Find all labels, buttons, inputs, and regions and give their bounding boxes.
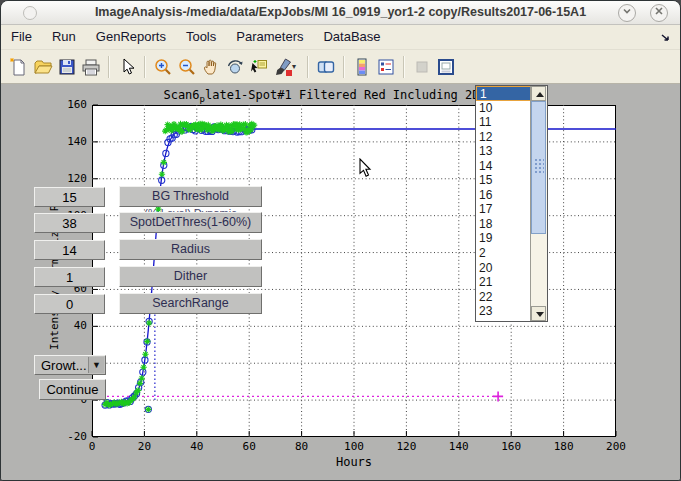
save-button[interactable]	[55, 54, 79, 80]
pan-hand-button[interactable]	[199, 54, 223, 80]
x-tick-label: 180	[544, 440, 584, 453]
minimize-button[interactable]	[618, 4, 636, 22]
menu-tools[interactable]: Tools	[176, 25, 226, 44]
growth-dropdown[interactable]: Growt... ▼	[34, 355, 106, 375]
growth-dropdown-label: Growt...	[41, 358, 87, 373]
data-cursor-icon	[249, 57, 269, 77]
spot-number-listbox: 110111213141516171819220212223	[475, 85, 548, 322]
zoom-in-icon	[153, 57, 173, 77]
screen-background: ImageAnalysis-/media/data/ExpJobs/MI 16_…	[0, 0, 681, 481]
new-file-icon	[9, 57, 29, 77]
menu-overflow-arrow-icon[interactable]	[660, 31, 672, 43]
x-tick-label: 80	[282, 440, 322, 453]
arrow-pointer-button[interactable]	[115, 54, 139, 80]
arrow-pointer-icon	[117, 57, 137, 77]
print-icon	[81, 57, 101, 77]
toolbar: ▾	[1, 50, 680, 84]
param-button-searchrange[interactable]: SearchRange	[119, 293, 262, 314]
window-menu-button[interactable]	[23, 6, 37, 20]
rotate-3d-button[interactable]	[223, 54, 247, 80]
scroll-down-icon	[536, 312, 544, 317]
window-title: ImageAnalysis-/media/data/ExpJobs/MI 16_…	[1, 5, 680, 19]
toolbar-separator	[343, 56, 345, 78]
param-button-spotdetthres-1-60-[interactable]: SpotDetThres(1-60%)	[119, 212, 262, 233]
menu-file[interactable]: File	[1, 25, 42, 44]
toolbar-separator	[144, 56, 146, 78]
hide-plot-tools-icon	[412, 57, 432, 77]
scrollbar-thumb[interactable]	[531, 101, 546, 234]
x-tick-label: 60	[229, 440, 269, 453]
param-button-bg-threshold[interactable]: BG Threshold	[119, 186, 262, 207]
param-field-searchrange[interactable]: 0	[34, 294, 105, 314]
x-tick-label: 20	[124, 440, 164, 453]
hide-plot-tools-button[interactable]	[410, 54, 434, 80]
scroll-up-button[interactable]	[531, 86, 546, 101]
toolbar-separator	[108, 56, 110, 78]
figure-area: Scan6plate1-Spot#1 Filtered Red Includin…	[1, 84, 681, 481]
link-plots-button[interactable]	[314, 54, 338, 80]
close-icon	[654, 6, 664, 16]
legend-button[interactable]	[374, 54, 398, 80]
zoom-out-icon	[177, 57, 197, 77]
menu-run[interactable]: Run	[42, 25, 86, 44]
param-button-dither[interactable]: Dither	[119, 266, 262, 287]
x-tick-label: 160	[491, 440, 531, 453]
dock-figure-icon	[436, 57, 456, 77]
brush-dropdown-caret[interactable]: ▾	[292, 62, 302, 71]
menu-database[interactable]: DataBase	[313, 25, 390, 44]
menu-genreports[interactable]: GenReports	[86, 25, 176, 44]
x-tick-label: 100	[334, 440, 374, 453]
colorbar-button[interactable]	[350, 54, 374, 80]
x-tick-label: 200	[596, 440, 636, 453]
dock-figure-button[interactable]	[434, 54, 458, 80]
x-axis-label: Hours	[92, 455, 616, 469]
mouse-cursor	[359, 158, 373, 178]
legend-icon	[376, 57, 396, 77]
colorbar-icon	[352, 57, 372, 77]
param-field-radius[interactable]: 14	[34, 240, 105, 260]
x-tick-label: 140	[439, 440, 479, 453]
growth-dropdown-caret-icon: ▼	[88, 357, 104, 373]
print-button[interactable]	[79, 54, 103, 80]
close-button[interactable]	[650, 4, 668, 22]
rotate-3d-icon	[225, 57, 245, 77]
y-tick-label: 40	[45, 319, 87, 332]
continue-button[interactable]: Continue	[39, 379, 106, 400]
param-field-spotdetthres-1-60-[interactable]: 38	[34, 213, 105, 233]
open-folder-icon	[33, 57, 53, 77]
menu-parameters[interactable]: Parameters	[226, 25, 313, 44]
y-tick-label: 160	[45, 98, 87, 111]
titlebar: ImageAnalysis-/media/data/ExpJobs/MI 16_…	[1, 1, 680, 25]
toolbar-separator	[307, 56, 309, 78]
data-cursor-button[interactable]	[247, 54, 271, 80]
param-field-dither[interactable]: 1	[34, 267, 105, 287]
toolbar-separator	[403, 56, 405, 78]
param-field-bg-threshold[interactable]: 15	[34, 187, 105, 207]
y-tick-label: 120	[45, 172, 87, 185]
brush-icon	[273, 57, 293, 77]
app-window: ImageAnalysis-/media/data/ExpJobs/MI 16_…	[0, 0, 681, 481]
scrollbar-grip	[534, 158, 544, 174]
open-folder-button[interactable]	[31, 54, 55, 80]
new-file-button[interactable]	[7, 54, 31, 80]
x-tick-label: 40	[177, 440, 217, 453]
menubar: FileRunGenReportsToolsParametersDataBase	[1, 25, 680, 50]
x-tick-label: 0	[72, 440, 112, 453]
x-tick-label: 120	[386, 440, 426, 453]
zoom-out-button[interactable]	[175, 54, 199, 80]
param-button-radius[interactable]: Radius	[119, 239, 262, 260]
scroll-up-icon	[536, 92, 544, 97]
y-tick-label: 140	[45, 135, 87, 148]
zoom-in-button[interactable]	[151, 54, 175, 80]
link-plots-icon	[316, 57, 336, 77]
plot-title-prefix: Scan6	[163, 88, 199, 102]
chevron-down-icon	[622, 6, 632, 16]
save-icon	[57, 57, 77, 77]
pan-hand-icon	[201, 57, 221, 77]
scroll-down-button[interactable]	[531, 306, 546, 321]
listbox-scrollbar[interactable]	[530, 86, 547, 321]
